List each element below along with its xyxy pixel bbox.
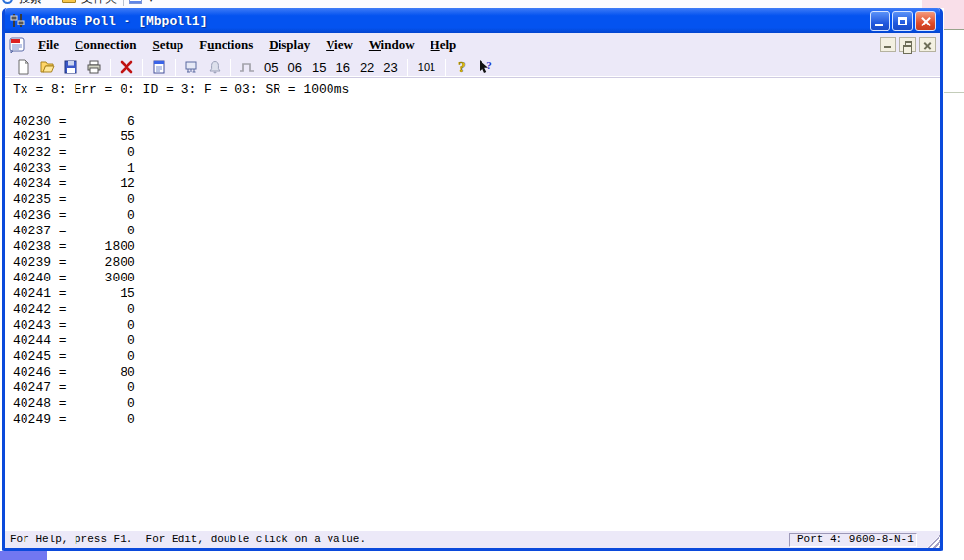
statusbar-help-text: For Help, press F1. For Edit, double cli… xyxy=(10,534,366,545)
document-system-menu-icon[interactable] xyxy=(8,36,26,53)
resize-grip[interactable] xyxy=(927,535,940,548)
background-window-pink xyxy=(922,0,964,8)
register-row-40246[interactable]: 40246 = 80 xyxy=(13,365,940,381)
menu-item-window[interactable]: Window xyxy=(361,35,423,55)
register-list: 40230 = 640231 = 5540232 = 040233 = 1402… xyxy=(13,114,940,428)
modbus-sliders-icon xyxy=(10,13,25,28)
function-22-button[interactable]: 22 xyxy=(355,60,379,75)
register-row-40248[interactable]: 40248 = 0 xyxy=(13,396,940,412)
mdi-client-area: Tx = 8: Err = 0: ID = 3: F = 03: SR = 10… xyxy=(5,78,940,530)
menu-item-help[interactable]: Help xyxy=(423,35,465,55)
disconnect-button[interactable] xyxy=(115,57,138,76)
register-row-40245[interactable]: 40245 = 0 xyxy=(13,349,940,365)
svg-text:?: ? xyxy=(486,59,492,71)
new-document-button[interactable] xyxy=(12,57,35,76)
register-row-40249[interactable]: 40249 = 0 xyxy=(13,412,940,428)
register-row-40240[interactable]: 40240 = 3000 xyxy=(13,271,940,286)
mdi-minimize-button[interactable] xyxy=(880,37,896,52)
register-row-40230[interactable]: 40230 = 6 xyxy=(13,114,940,129)
window-title: Modbus Poll - [Mbpoll1] xyxy=(31,14,207,28)
background-line xyxy=(944,29,964,30)
minimize-icon xyxy=(875,24,883,26)
menu-items: FileConnectionSetupFunctionsDisplayViewW… xyxy=(30,35,464,55)
register-row-40232[interactable]: 40232 = 0 xyxy=(13,145,940,161)
function-15-button[interactable]: 15 xyxy=(307,60,330,75)
function-buttons: 050615162223 xyxy=(259,60,403,75)
folder-icon xyxy=(62,0,76,3)
toolbar-separator xyxy=(230,59,231,76)
register-row-40231[interactable]: 40231 = 55 xyxy=(13,129,940,145)
minimize-button[interactable] xyxy=(870,11,890,31)
context-help-icon: ? xyxy=(477,59,494,75)
maximize-button[interactable] xyxy=(892,11,913,31)
statusbar: For Help, press F1. For Edit, double cli… xyxy=(5,530,940,548)
toolbar-separator xyxy=(123,0,124,6)
register-row-40239[interactable]: 40239 = 2800 xyxy=(13,255,940,271)
restore-icon xyxy=(905,41,912,47)
close-button[interactable] xyxy=(915,11,936,31)
register-row-40242[interactable]: 40242 = 0 xyxy=(13,302,940,318)
help-button[interactable]: ? xyxy=(450,57,474,76)
toolbar: 050615162223 101 ? ? xyxy=(5,56,940,78)
explorer-folders-label: 文件夹 xyxy=(81,0,117,7)
function-23-button[interactable]: 23 xyxy=(379,60,402,75)
menu-item-file[interactable]: File xyxy=(30,35,67,55)
modbus-poll-window: Modbus Poll - [Mbpoll1] FileConnectionSe… xyxy=(2,8,943,551)
open-file-button[interactable] xyxy=(35,57,59,76)
menu-item-setup[interactable]: Setup xyxy=(145,35,192,55)
titlebar[interactable]: Modbus Poll - [Mbpoll1] xyxy=(5,8,940,33)
print-icon xyxy=(86,59,102,75)
read-write-definition-icon xyxy=(151,59,167,75)
background-taskbar-fragment xyxy=(0,551,47,560)
view-grid-icon xyxy=(129,0,142,4)
toolbar-separator xyxy=(110,59,111,76)
function-06-button[interactable]: 06 xyxy=(282,60,306,75)
explorer-search-label: 搜索 xyxy=(19,0,42,7)
menubar: FileConnectionSetupFunctionsDisplayViewW… xyxy=(5,33,940,56)
function-16-button[interactable]: 16 xyxy=(330,60,354,75)
register-row-40244[interactable]: 40244 = 0 xyxy=(13,333,940,349)
read-write-definition-button[interactable] xyxy=(147,57,171,76)
communication-traffic-button[interactable] xyxy=(179,57,203,76)
communication-traffic-icon xyxy=(183,59,199,75)
save-icon xyxy=(63,59,78,75)
print-button[interactable] xyxy=(82,57,106,76)
background-line xyxy=(944,92,964,93)
function-101-button[interactable]: 101 xyxy=(412,61,441,73)
single-poll-button[interactable] xyxy=(235,57,259,76)
pulse-icon xyxy=(239,59,255,75)
mdi-restore-button[interactable] xyxy=(899,37,916,52)
register-row-40236[interactable]: 40236 = 0 xyxy=(13,208,940,224)
menu-item-functions[interactable]: Functions xyxy=(191,35,261,55)
save-button[interactable] xyxy=(59,57,82,76)
toolbar-separator xyxy=(175,59,176,76)
poll-status-line: Tx = 8: Err = 0: ID = 3: F = 03: SR = 10… xyxy=(13,82,940,98)
menu-item-display[interactable]: Display xyxy=(261,35,318,55)
register-row-40247[interactable]: 40247 = 0 xyxy=(13,381,940,396)
chevron-down-icon: ▼ xyxy=(148,0,154,3)
register-row-40237[interactable]: 40237 = 0 xyxy=(13,224,940,239)
register-row-40243[interactable]: 40243 = 0 xyxy=(13,318,940,333)
mdi-close-button[interactable] xyxy=(919,37,936,52)
alarm-bell-icon xyxy=(207,59,223,75)
menu-item-view[interactable]: View xyxy=(318,35,361,55)
register-row-40233[interactable]: 40233 = 1 xyxy=(13,161,940,177)
minimize-icon xyxy=(884,46,891,48)
register-row-40238[interactable]: 40238 = 1800 xyxy=(13,239,940,255)
register-row-40241[interactable]: 40241 = 15 xyxy=(13,286,940,302)
search-icon xyxy=(2,0,13,4)
function-05-button[interactable]: 05 xyxy=(259,60,282,75)
toolbar-separator xyxy=(407,59,408,76)
toolbar-separator xyxy=(142,59,143,76)
background-window-pink-right xyxy=(944,8,964,29)
statusbar-port-panel: Port 4: 9600-8-N-1 xyxy=(789,533,917,547)
register-row-40235[interactable]: 40235 = 0 xyxy=(13,192,940,208)
register-row-40234[interactable]: 40234 = 12 xyxy=(13,177,940,192)
open-file-icon xyxy=(39,59,55,75)
toolbar-separator xyxy=(445,59,446,76)
context-help-button[interactable]: ? xyxy=(474,57,497,76)
menu-item-connection[interactable]: Connection xyxy=(67,35,145,55)
new-document-icon xyxy=(16,59,31,75)
maximize-icon xyxy=(898,17,907,25)
alarm-button[interactable] xyxy=(203,57,227,76)
